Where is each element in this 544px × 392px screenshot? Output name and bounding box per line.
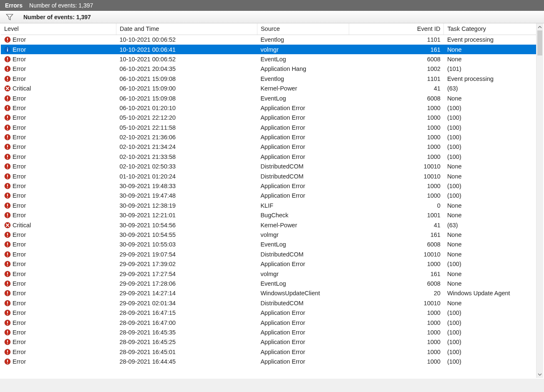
table-row[interactable]: Error10-10-2021 00:06:52EventLog6008None: [1, 54, 543, 64]
table-row[interactable]: Error30-09-2021 12:21:01BugCheck1001None: [1, 211, 543, 220]
svg-rect-24: [7, 119, 8, 120]
table-row[interactable]: Error06-10-2021 15:09:08Eventlog1101Even…: [1, 74, 543, 83]
cell-eventid: 1000: [349, 152, 444, 161]
error-icon: [4, 65, 11, 72]
cell-datetime: 30-09-2021 10:54:55: [116, 230, 257, 239]
table-row[interactable]: Error29-09-2021 19:07:54DistributedCOM10…: [1, 249, 543, 259]
cell-datetime: 10-10-2021 00:06:52: [116, 35, 257, 45]
svg-rect-11: [7, 70, 8, 71]
table-row[interactable]: Error28-09-2021 16:45:25Application Erro…: [1, 337, 543, 347]
svg-rect-72: [7, 281, 8, 284]
cell-source: Application Error: [257, 259, 349, 269]
cell-datetime: 02-10-2021 02:50:33: [116, 162, 257, 171]
table-row[interactable]: Error10-10-2021 00:06:41volmgr161None: [1, 45, 543, 54]
table-row[interactable]: Error30-09-2021 10:55:03EventLog6008None: [1, 240, 543, 249]
table-row[interactable]: Error06-10-2021 15:09:08EventLog6008None: [1, 93, 543, 103]
cell-datetime: 30-09-2021 12:21:01: [116, 211, 257, 220]
table-row[interactable]: Error28-09-2021 16:47:00Application Erro…: [1, 318, 543, 327]
table-row[interactable]: Error06-10-2021 20:04:35Application Hang…: [1, 64, 543, 74]
error-icon: [4, 319, 11, 326]
table-row[interactable]: Error02-10-2021 21:36:06Application Erro…: [1, 132, 543, 142]
cell-eventid: 6008: [349, 93, 444, 103]
table-row[interactable]: Error29-09-2021 02:01:34DistributedCOM10…: [1, 298, 543, 308]
table-row[interactable]: Error29-09-2021 17:39:02Application Erro…: [1, 259, 543, 269]
col-taskcategory[interactable]: Task Category: [444, 23, 543, 35]
scroll-up-arrow-icon[interactable]: [536, 23, 543, 30]
col-eventid[interactable]: Event ID: [349, 23, 444, 35]
table-row[interactable]: Error28-09-2021 16:44:45Application Erro…: [1, 357, 543, 366]
svg-rect-53: [7, 214, 8, 216]
window-title: Errors: [5, 2, 23, 9]
error-icon: [4, 358, 11, 365]
svg-rect-39: [7, 168, 8, 168]
error-icon: [4, 202, 11, 209]
cell-eventid: 10010: [349, 298, 444, 308]
col-level[interactable]: Level: [1, 23, 116, 35]
cell-task: None: [444, 230, 543, 239]
table-row[interactable]: Error30-09-2021 19:48:33Application Erro…: [1, 181, 543, 191]
status-footer: [0, 379, 544, 392]
table-row[interactable]: Error05-10-2021 22:11:58Application Erro…: [1, 123, 543, 132]
cell-eventid: 1002: [349, 64, 444, 74]
table-row[interactable]: Error28-09-2021 16:45:35Application Erro…: [1, 327, 543, 337]
cell-source: Application Error: [257, 327, 349, 337]
error-icon: [4, 153, 11, 160]
table-row[interactable]: Error30-09-2021 19:47:48Application Erro…: [1, 191, 543, 201]
error-icon: [4, 241, 11, 248]
table-row[interactable]: Error29-09-2021 17:27:54volmgr161None: [1, 269, 543, 279]
scroll-track[interactable]: [536, 30, 543, 371]
table-row[interactable]: Error02-10-2021 21:34:24Application Erro…: [1, 142, 543, 152]
table-row[interactable]: Error02-10-2021 21:33:58Application Erro…: [1, 152, 543, 161]
table-row[interactable]: Error28-09-2021 16:45:01Application Erro…: [1, 347, 543, 357]
col-datetime[interactable]: Date and Time: [116, 23, 257, 35]
svg-rect-27: [7, 129, 8, 130]
table-row[interactable]: Error29-09-2021 14:27:14WindowsUpdateCli…: [1, 289, 543, 298]
table-row[interactable]: Error01-10-2021 01:20:24DistributedCOM10…: [1, 171, 543, 181]
table-row[interactable]: Error05-10-2021 22:12:20Application Erro…: [1, 113, 543, 123]
error-icon: [4, 56, 11, 63]
cell-eventid: 1000: [349, 357, 444, 366]
cell-datetime: 28-09-2021 16:45:25: [116, 337, 257, 347]
error-icon: [4, 124, 11, 131]
table-row[interactable]: Error29-09-2021 17:28:06EventLog6008None: [1, 279, 543, 288]
cell-task: None: [444, 45, 543, 54]
scroll-thumb[interactable]: [537, 30, 542, 55]
cell-source: Application Error: [257, 113, 349, 123]
table-row[interactable]: Error06-10-2021 01:20:10Application Erro…: [1, 103, 543, 113]
cell-level: Error: [1, 142, 116, 152]
svg-rect-7: [7, 57, 8, 60]
cell-eventid: 1000: [349, 142, 444, 152]
vertical-scrollbar[interactable]: [536, 23, 543, 378]
table-row[interactable]: Error30-09-2021 12:38:19KLIF0None: [1, 201, 543, 210]
cell-datetime: 29-09-2021 17:39:02: [116, 259, 257, 269]
table-row[interactable]: Critical30-09-2021 10:54:56Kernel-Power4…: [1, 220, 543, 230]
cell-source: EventLog: [257, 279, 349, 288]
cell-datetime: 28-09-2021 16:44:45: [116, 357, 257, 366]
scroll-down-arrow-icon[interactable]: [536, 371, 543, 378]
cell-task: (63): [444, 83, 543, 93]
cell-eventid: 1000: [349, 308, 444, 317]
col-source[interactable]: Source: [257, 23, 349, 35]
error-icon: [4, 300, 11, 307]
cell-task: (100): [444, 113, 543, 123]
level-text: Error: [13, 300, 26, 307]
svg-rect-4: [7, 48, 8, 48]
filter-icon[interactable]: [6, 13, 13, 21]
level-text: Error: [13, 192, 26, 199]
table-row[interactable]: Error28-09-2021 16:47:15Application Erro…: [1, 308, 543, 317]
level-text: Error: [13, 309, 26, 316]
svg-rect-66: [7, 262, 8, 265]
table-row[interactable]: Error30-09-2021 10:54:55volmgr161None: [1, 230, 543, 239]
table-row[interactable]: Critical06-10-2021 15:09:00Kernel-Power4…: [1, 83, 543, 93]
level-text: Critical: [13, 222, 31, 229]
cell-source: DistributedCOM: [257, 298, 349, 308]
svg-rect-5: [7, 49, 8, 51]
cell-source: WindowsUpdateClient: [257, 289, 349, 298]
cell-datetime: 06-10-2021 15:09:08: [116, 74, 257, 83]
table-row[interactable]: Error10-10-2021 00:06:52Eventlog1101Even…: [1, 35, 543, 45]
cell-eventid: 6008: [349, 279, 444, 288]
cell-task: (100): [444, 152, 543, 161]
cell-task: None: [444, 93, 543, 103]
svg-rect-36: [7, 158, 8, 159]
table-row[interactable]: Error02-10-2021 02:50:33DistributedCOM10…: [1, 162, 543, 171]
